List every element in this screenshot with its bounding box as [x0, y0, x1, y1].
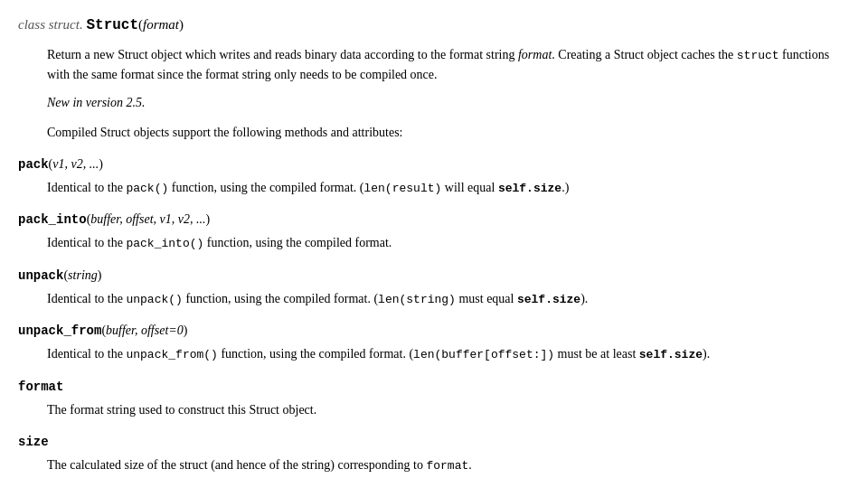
- method-pack-name: pack: [18, 157, 49, 172]
- version-note: New in version 2.5.: [47, 93, 850, 112]
- attr-format: format: [18, 377, 850, 397]
- method-pack: pack(v1, v2, ...): [18, 155, 850, 174]
- method-pack-into-params: buffer, offset, v1, v2, ...: [90, 212, 205, 226]
- description-text: Return a new Struct object which writes …: [47, 45, 850, 84]
- method-unpack-desc: Identical to the unpack() function, usin…: [47, 289, 850, 309]
- method-unpack-from-params: buffer, offset=0: [106, 324, 184, 337]
- method-pack-params: v1, v2, ...: [52, 157, 99, 171]
- class-keyword: class struct.: [18, 17, 83, 32]
- method-pack-desc: Identical to the pack() function, using …: [47, 178, 850, 198]
- method-unpack-params: string: [68, 268, 98, 282]
- method-unpack-from-name: unpack_from: [18, 324, 101, 338]
- class-description: Return a new Struct object which writes …: [47, 45, 850, 142]
- attr-size-desc: The calculated size of the struct (and h…: [47, 455, 850, 475]
- compiled-intro: Compiled Struct objects support the foll…: [47, 123, 850, 142]
- method-unpack-from-desc: Identical to the unpack_from() function,…: [47, 344, 850, 364]
- method-unpack: unpack(string): [18, 266, 850, 286]
- class-params: format: [143, 17, 179, 32]
- method-pack-into-desc: Identical to the pack_into() function, u…: [47, 233, 850, 253]
- attr-size: size: [18, 432, 850, 452]
- class-header: class struct. Struct(format): [18, 14, 850, 36]
- class-name: Struct: [86, 17, 138, 33]
- method-pack-into-name: pack_into: [18, 212, 87, 227]
- documentation-page: class struct. Struct(format) Return a ne…: [18, 14, 850, 474]
- method-unpack-from: unpack_from(buffer, offset=0): [18, 321, 850, 341]
- method-pack-into: pack_into(buffer, offset, v1, v2, ...): [18, 210, 850, 230]
- attr-format-name: format: [18, 380, 63, 394]
- attr-format-desc: The format string used to construct this…: [47, 400, 850, 419]
- attr-size-name: size: [18, 435, 49, 449]
- method-unpack-name: unpack: [18, 268, 63, 283]
